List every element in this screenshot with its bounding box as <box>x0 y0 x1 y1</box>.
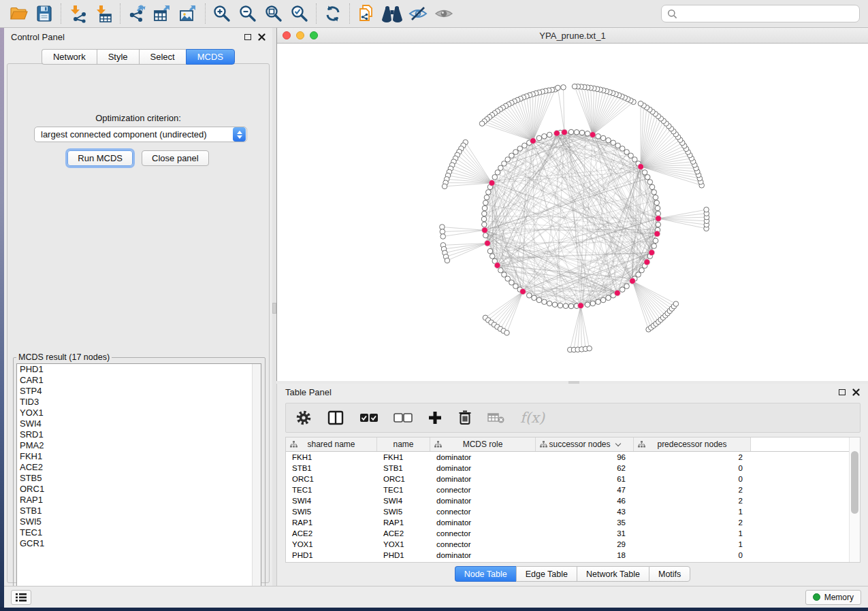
network-node[interactable] <box>489 254 495 259</box>
network-leaf-node[interactable] <box>572 84 577 89</box>
network-node[interactable] <box>502 161 507 167</box>
network-node[interactable] <box>513 284 519 289</box>
mcds-result-item[interactable]: SWI4 <box>17 418 261 429</box>
mcds-hub-node[interactable] <box>630 278 636 284</box>
network-node[interactable] <box>482 222 487 227</box>
cell-name[interactable]: FKH1 <box>377 453 430 461</box>
mcds-result-item[interactable]: TID3 <box>17 397 261 408</box>
cell-name[interactable]: YOX1 <box>377 540 430 548</box>
search-input[interactable] <box>677 9 854 18</box>
network-node[interactable] <box>647 180 653 185</box>
network-node[interactable] <box>568 303 574 309</box>
column-header-name[interactable]: name <box>377 437 430 451</box>
network-leaf-node[interactable] <box>638 101 643 107</box>
cell-predecessor-nodes[interactable]: 0 <box>634 475 751 483</box>
network-node[interactable] <box>653 238 658 244</box>
cell-name[interactable]: SWI5 <box>377 508 430 516</box>
mcds-hub-node[interactable] <box>590 132 596 138</box>
network-node[interactable] <box>620 146 625 152</box>
table-row[interactable]: TEC1TEC1connector472 <box>286 484 860 495</box>
close-panel-icon[interactable] <box>852 389 860 396</box>
mcds-hub-node[interactable] <box>578 303 584 309</box>
table-row[interactable]: SWI5SWI5connector431 <box>286 506 860 517</box>
cell-successor-nodes[interactable]: 35 <box>536 518 634 527</box>
find-button[interactable] <box>379 2 405 25</box>
mcds-result-item[interactable]: SWI5 <box>17 516 261 527</box>
network-node[interactable] <box>639 267 645 273</box>
cell-MCDS-role[interactable]: dominator <box>430 497 536 505</box>
network-canvas[interactable] <box>277 44 868 381</box>
column-header-MCDS-role[interactable]: MCDS role <box>430 437 536 451</box>
tab-style[interactable]: Style <box>97 49 139 65</box>
settings-gear-button[interactable] <box>295 407 312 429</box>
network-node[interactable] <box>547 301 552 306</box>
mcds-result-item[interactable]: GCR1 <box>17 538 261 549</box>
save-button[interactable] <box>31 2 57 25</box>
network-leaf-node[interactable] <box>587 346 592 351</box>
network-node[interactable] <box>542 299 547 305</box>
network-node[interactable] <box>656 222 661 227</box>
table-row[interactable]: RAP1RAP1dominator352 <box>286 517 860 528</box>
network-node[interactable] <box>590 301 596 306</box>
tab-select[interactable]: Select <box>139 49 186 65</box>
select-all-button[interactable] <box>359 407 379 429</box>
tab-motifs[interactable]: Motifs <box>649 566 690 582</box>
network-node[interactable] <box>611 140 616 146</box>
tab-edge-table[interactable]: Edge Table <box>516 566 577 582</box>
cell-successor-nodes[interactable]: 18 <box>536 551 634 559</box>
mcds-hub-node[interactable] <box>654 231 660 237</box>
run-mcds-button[interactable]: Run MCDS <box>67 150 133 166</box>
network-node[interactable] <box>495 170 500 176</box>
delete-column-button[interactable] <box>457 407 472 429</box>
network-node[interactable] <box>486 190 492 195</box>
mcds-result-item[interactable]: STB5 <box>17 473 261 484</box>
cell-successor-nodes[interactable]: 61 <box>536 475 634 483</box>
cell-name[interactable]: SWI4 <box>377 497 430 505</box>
cell-MCDS-role[interactable]: dominator <box>430 475 536 483</box>
mcds-hub-node[interactable] <box>649 250 655 256</box>
close-panel-button[interactable]: Close panel <box>142 150 209 166</box>
function-builder-button[interactable]: f(x) <box>520 407 545 429</box>
zoom-fit-button[interactable] <box>261 2 287 25</box>
cell-MCDS-role[interactable]: connector <box>430 486 536 494</box>
cell-shared-name[interactable]: RAP1 <box>286 518 377 527</box>
network-node[interactable] <box>563 303 568 309</box>
cell-shared-name[interactable]: SWI5 <box>286 508 377 516</box>
cell-shared-name[interactable]: ACE2 <box>286 529 377 538</box>
memory-button[interactable]: Memory <box>805 590 861 605</box>
network-node[interactable] <box>481 216 487 222</box>
network-node[interactable] <box>492 175 498 180</box>
zoom-in-button[interactable] <box>209 2 235 25</box>
cell-name[interactable]: TEC1 <box>377 486 430 494</box>
mcds-hub-node[interactable] <box>644 259 650 265</box>
delete-table-button[interactable] <box>487 407 505 429</box>
mcds-hub-node[interactable] <box>614 290 620 296</box>
cell-predecessor-nodes[interactable]: 0 <box>634 551 751 559</box>
network-node[interactable] <box>498 267 504 273</box>
mcds-hub-node[interactable] <box>482 227 488 233</box>
cell-MCDS-role[interactable]: dominator <box>430 453 536 461</box>
cell-shared-name[interactable]: FKH1 <box>286 453 377 461</box>
network-leaf-node[interactable] <box>504 330 510 335</box>
clone-network-button[interactable] <box>353 2 379 25</box>
refresh-button[interactable] <box>320 2 346 25</box>
cell-name[interactable]: ACE2 <box>377 529 430 538</box>
network-node[interactable] <box>568 129 574 135</box>
mcds-hub-node[interactable] <box>520 288 526 295</box>
network-leaf-node[interactable] <box>445 258 450 263</box>
network-node[interactable] <box>547 132 552 137</box>
cell-predecessor-nodes[interactable]: 2 <box>634 453 751 461</box>
network-node[interactable] <box>606 295 611 301</box>
network-node[interactable] <box>517 146 523 152</box>
network-node[interactable] <box>536 297 542 303</box>
network-node[interactable] <box>487 248 493 254</box>
open-file-button[interactable] <box>5 2 31 25</box>
cell-successor-nodes[interactable]: 46 <box>536 497 634 505</box>
table-row[interactable]: STB1STB1dominator620 <box>286 463 860 474</box>
mcds-result-item[interactable]: STP4 <box>17 386 261 397</box>
network-node[interactable] <box>654 200 660 205</box>
mcds-hub-node[interactable] <box>562 129 568 135</box>
network-node[interactable] <box>624 150 630 155</box>
network-node[interactable] <box>600 297 606 303</box>
cell-predecessor-nodes[interactable]: 1 <box>634 529 751 538</box>
